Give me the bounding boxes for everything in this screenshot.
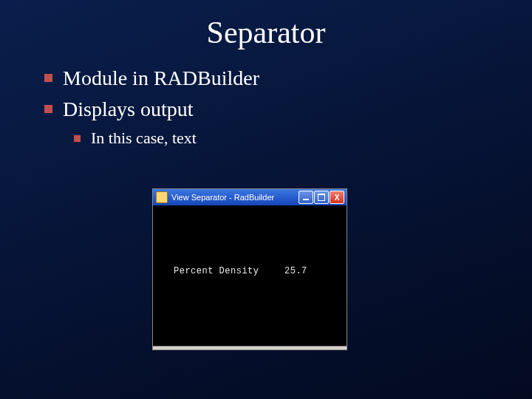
window-client-area: Percent Density 25.7	[153, 205, 347, 346]
bullet-list: Module in RADBuilder Displays output In …	[0, 58, 532, 149]
maximize-button[interactable]	[314, 191, 329, 204]
list-item-sub: In this case, text	[44, 128, 532, 149]
close-button[interactable]: X	[330, 191, 344, 204]
bullet-text: Displays output	[63, 96, 194, 123]
close-icon: X	[335, 194, 340, 202]
slide: Separator Module in RADBuilder Displays …	[0, 0, 532, 399]
list-item: Displays output	[44, 96, 532, 123]
bullet-text: In this case, text	[91, 128, 197, 149]
statusbar	[153, 346, 347, 349]
app-icon	[156, 191, 168, 203]
window-title: View Separator - RadBuilder	[171, 193, 299, 202]
window-controls: X	[299, 191, 344, 204]
list-item: Module in RADBuilder	[44, 65, 532, 92]
bullet-icon	[44, 74, 52, 82]
titlebar[interactable]: View Separator - RadBuilder X	[153, 189, 347, 205]
bullet-icon	[74, 135, 81, 142]
minimize-button[interactable]	[299, 191, 313, 204]
bullet-icon	[44, 105, 52, 113]
bullet-text: Module in RADBuilder	[63, 65, 259, 92]
slide-title: Separator	[0, 0, 532, 58]
output-label: Percent Density	[174, 266, 259, 276]
app-window: View Separator - RadBuilder X Percent De…	[152, 188, 347, 350]
minimize-icon	[303, 199, 309, 200]
output-value: 25.7	[284, 266, 307, 276]
maximize-icon	[318, 194, 325, 201]
